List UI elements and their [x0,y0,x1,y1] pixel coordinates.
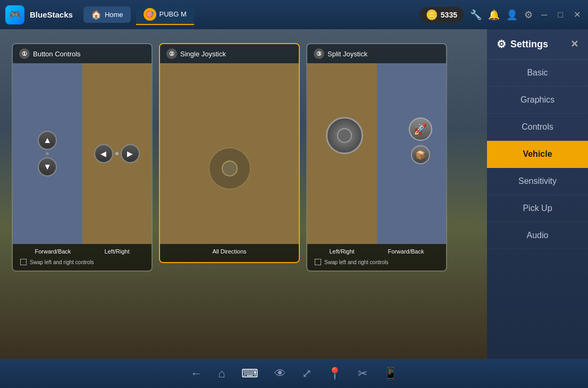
titlebar: 🎮 BlueStacks 🏠 Home 🎯 PUBG M 🪙 5335 🔧 🔔 … [0,0,588,29]
card-num-2: ② [166,48,177,59]
split-joystick-title: Split Joystick [327,50,367,58]
home-bottom-icon[interactable]: ⌂ [218,367,225,381]
menu-item-graphics[interactable]: Graphics [487,87,588,114]
bell-icon[interactable]: 🔔 [488,9,500,21]
single-joystick-title: Single Joystick [180,50,226,58]
single-joystick-footer: All Directions [160,244,299,262]
footer-labels-3: Left/Right Forward/Back [313,248,441,255]
keyboard-icon[interactable]: ⌨ [241,367,258,381]
bluestacks-logo: 🎮 [5,5,24,24]
gear-icon[interactable]: ⚙ [524,9,533,21]
settings-menu: Basic Graphics Controls Vehicle Sensitiv… [487,60,588,359]
swap-label-1: Swap left and right controls [30,259,94,265]
footer-labels-2: All Directions [165,248,293,255]
menu-item-basic-label: Basic [527,68,548,78]
joystick-inner [222,161,238,176]
menu-item-audio-label: Audio [527,231,549,240]
wrench-icon[interactable]: 🔧 [470,9,482,21]
split-forward-back-label: Forward/Back [388,248,424,255]
settings-panel: ⚙ Settings ✕ Basic Graphics Controls Veh… [487,29,588,359]
home-icon: 🏠 [91,10,102,20]
settings-close-button[interactable]: ✕ [570,38,578,50]
split-left-right-label: Left/Right [330,248,355,255]
split-joystick-body: 🚀 📦 [307,63,446,244]
lr-left-btn: ◀ [94,144,113,163]
dpad: ▲ ▼ [38,131,57,176]
settings-header: ⚙ Settings ✕ [487,29,588,60]
settings-title: ⚙ Settings [497,38,548,50]
game-area: ① Button Controls ▲ ▼ [0,29,487,359]
pubg-icon: 🎯 [144,8,156,21]
steering-inner [337,128,352,143]
back-icon[interactable]: ← [190,367,202,381]
menu-item-basic[interactable]: Basic [487,60,588,87]
dpad-dot [46,152,49,155]
swap-row-3: Swap left and right controls [313,258,441,266]
horn-icon: 📦 [411,145,430,164]
split-joystick-header: ③ Split Joystick [307,44,446,63]
button-controls-body: ▲ ▼ ◀ ▶ [13,63,152,244]
menu-item-vehicle-label: Vehicle [523,149,552,159]
minimize-button[interactable]: ─ [539,10,549,20]
titlebar-right: 🪙 5335 🔧 🔔 👤 ⚙ ─ □ ✕ [419,7,583,23]
dpad-up: ▲ [38,131,57,150]
mobile-icon[interactable]: 📱 [383,367,398,381]
split-right-controls: 🚀 📦 [409,117,432,164]
steering-wheel [326,117,363,154]
cards-container: ① Button Controls ▲ ▼ [9,38,478,350]
menu-item-sensitivity[interactable]: Sensitivity [487,168,588,195]
fullscreen-icon[interactable]: ⤢ [302,367,312,381]
settings-title-text: Settings [510,39,548,50]
menu-item-controls-label: Controls [522,122,553,132]
menu-item-controls[interactable]: Controls [487,114,588,141]
scissors-icon[interactable]: ✂ [358,367,367,381]
location-icon[interactable]: 📍 [327,367,342,381]
button-controls-title: Button Controls [33,50,81,58]
button-controls-footer: Forward/Back Left/Right Swap left and ri… [13,244,152,271]
user-icon[interactable]: 👤 [506,9,518,21]
lr-right-btn: ▶ [121,144,140,163]
swap-label-3: Swap left and right controls [324,259,389,265]
menu-item-pickup[interactable]: Pick Up [487,195,588,222]
eye-icon[interactable]: 👁 [274,367,286,381]
boost-icon: 🚀 [409,117,432,141]
forward-back-label: Forward/Back [35,248,71,255]
dpad-down: ▼ [38,157,57,176]
dpad-row [46,152,49,155]
single-joystick-header: ② Single Joystick [160,44,299,63]
swap-row-1: Swap left and right controls [18,258,146,266]
menu-item-vehicle[interactable]: Vehicle [487,141,588,168]
button-controls-header: ① Button Controls [13,44,152,63]
lr-dot [115,152,119,155]
home-tab-label: Home [105,11,123,19]
split-joystick-footer: Left/Right Forward/Back Swap left and ri… [307,244,446,271]
split-joystick-card[interactable]: ③ Split Joystick 🚀 📦 Left/ [306,43,447,272]
coin-count: 5335 [441,11,457,19]
menu-item-graphics-label: Graphics [520,95,555,105]
swap-checkbox-1[interactable] [20,259,27,265]
coin-badge: 🪙 5335 [419,7,464,23]
card-num-3: ③ [314,48,324,59]
swap-checkbox-3[interactable] [315,259,321,265]
coin-icon: 🪙 [426,9,438,21]
single-joystick-body [160,63,299,244]
main-content: ① Button Controls ▲ ▼ [0,29,588,359]
pubg-tab[interactable]: 🎯 PUBG M [136,5,194,25]
card-num-1: ① [19,48,30,59]
close-button[interactable]: ✕ [572,10,583,20]
joystick-outer [208,147,251,190]
all-directions-label: All Directions [212,248,246,255]
home-tab[interactable]: 🏠 Home [83,6,131,23]
maximize-button[interactable]: □ [556,10,565,20]
pubg-tab-label: PUBG M [159,10,187,18]
app-name: BlueStacks [30,10,73,19]
lr-buttons: ◀ ▶ [94,144,140,163]
menu-item-pickup-label: Pick Up [523,204,552,213]
footer-labels-1: Forward/Back Left/Right [18,248,146,255]
settings-gear-icon: ⚙ [497,38,506,50]
menu-item-audio[interactable]: Audio [487,222,588,249]
button-controls-card[interactable]: ① Button Controls ▲ ▼ [12,43,153,272]
single-joystick-card[interactable]: ② Single Joystick All Directions [159,43,300,263]
menu-item-sensitivity-label: Sensitivity [518,176,557,186]
bottombar: ← ⌂ ⌨ 👁 ⤢ 📍 ✂ 📱 [0,359,588,388]
